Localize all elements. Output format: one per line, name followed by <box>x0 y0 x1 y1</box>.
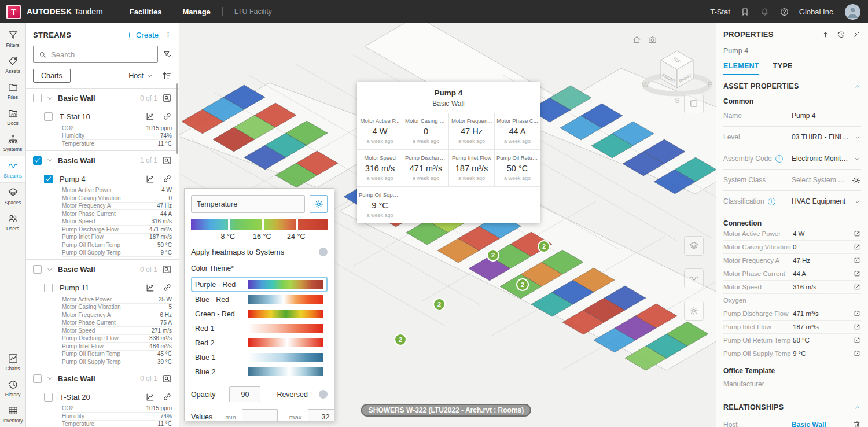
stream-item-header[interactable]: T-Stat 20 <box>26 390 179 405</box>
stream-marker[interactable]: 2 <box>517 279 528 290</box>
apply-heatmaps-toggle[interactable] <box>319 248 328 256</box>
min-value-input[interactable] <box>242 409 278 421</box>
kebab-menu-icon[interactable]: ⋮ <box>164 31 172 39</box>
group-checkbox[interactable] <box>33 265 42 274</box>
info-icon[interactable]: i <box>775 155 783 163</box>
sidebar-item-assets[interactable]: Assets <box>0 51 25 78</box>
theme-option[interactable]: Blue - Red <box>191 292 328 307</box>
open-stream-icon[interactable] <box>853 336 861 344</box>
sidebar-item-docs[interactable]: Docs <box>0 104 25 130</box>
settings-tool[interactable] <box>684 301 704 321</box>
stream-checkbox[interactable] <box>44 112 53 121</box>
chevron-down-icon[interactable] <box>854 155 861 163</box>
theme-option[interactable]: Red 1 <box>191 321 328 336</box>
open-stream-icon[interactable] <box>853 230 861 238</box>
property-value[interactable]: HVAC Equipment <box>792 197 850 205</box>
open-stream-icon[interactable] <box>853 270 861 278</box>
chevron-down-icon[interactable] <box>854 198 861 205</box>
opacity-input[interactable] <box>229 386 260 402</box>
stream-marker[interactable]: 2 <box>487 249 499 261</box>
compass-west[interactable]: W <box>642 80 649 89</box>
property-value-placeholder[interactable]: Select System Class <box>792 176 848 184</box>
info-icon[interactable]: i <box>768 198 775 205</box>
expand-panel-icon[interactable] <box>821 30 830 39</box>
open-stream-icon[interactable] <box>853 310 861 318</box>
org-name[interactable]: Global Inc. <box>799 8 835 16</box>
bell-icon[interactable] <box>760 6 770 17</box>
find-in-model-icon[interactable] <box>162 374 172 384</box>
stream-checkbox[interactable] <box>44 284 53 292</box>
section-box-tool[interactable] <box>684 94 704 113</box>
group-header[interactable]: Basic Wall 0 of 1 <box>26 369 179 388</box>
theme-option-selected[interactable]: Purple - Red <box>191 277 328 292</box>
stream-chart-icon[interactable] <box>145 174 155 184</box>
gear-icon[interactable] <box>851 175 861 185</box>
sidebar-item-filters[interactable]: Filters <box>0 25 25 51</box>
heatmap-metric-select[interactable]: Temperature <box>191 195 305 213</box>
group-header[interactable]: Basic Wall 0 of 1 <box>26 260 179 279</box>
stream-chart-icon[interactable] <box>145 112 155 122</box>
nav-manage[interactable]: Manage <box>182 8 210 16</box>
chevron-down-icon[interactable] <box>46 266 53 273</box>
model-viewport[interactable]: 2 2 2 2 2 W E S TOP FRONT RIGHT Pump 4 B… <box>179 23 716 427</box>
create-stream-button[interactable]: Create <box>126 31 159 39</box>
max-value-input[interactable] <box>308 409 334 421</box>
tab-element[interactable]: ELEMENT <box>723 62 759 75</box>
chevron-down-icon[interactable] <box>46 157 53 164</box>
compass-east[interactable]: E <box>708 80 713 89</box>
theme-option[interactable]: Blue 2 <box>191 365 328 379</box>
open-stream-icon[interactable] <box>853 256 861 264</box>
property-value[interactable]: Electronic Monitor... <box>792 154 850 163</box>
sidebar-item-spaces[interactable]: Spaces <box>0 183 25 209</box>
preset-label[interactable]: T-Stat <box>710 8 730 16</box>
sidebar-item-users[interactable]: Users <box>0 209 25 235</box>
chevron-down-icon[interactable] <box>854 134 861 141</box>
stream-filter-icon[interactable] <box>163 49 172 60</box>
manufacturer-row[interactable]: Manufacturer <box>723 376 861 392</box>
find-in-model-icon[interactable] <box>162 264 172 274</box>
bookmark-icon[interactable] <box>740 6 750 17</box>
open-stream-icon[interactable] <box>853 243 861 251</box>
theme-option[interactable]: Blue 1 <box>191 350 328 365</box>
close-icon[interactable] <box>852 30 861 39</box>
nav-facilities[interactable]: Facilities <box>130 8 162 16</box>
scrollbar[interactable] <box>176 83 178 154</box>
group-checkbox[interactable] <box>33 94 42 102</box>
group-header[interactable]: Basic Wall 0 of 1 <box>26 89 179 108</box>
stream-checkbox[interactable] <box>44 393 53 402</box>
breadcrumb[interactable]: LTU Facility <box>234 8 272 16</box>
search-input[interactable] <box>51 50 153 59</box>
trash-icon[interactable] <box>852 420 861 427</box>
property-value[interactable]: Pump 4 <box>792 112 861 120</box>
sidebar-item-inventory[interactable]: Inventory <box>0 401 25 427</box>
sidebar-item-files[interactable]: Files <box>0 78 25 104</box>
sidebar-item-history[interactable]: History <box>0 375 25 401</box>
sidebar-item-systems[interactable]: Systems <box>0 130 25 156</box>
stream-item-header[interactable]: T-Stat 10 <box>26 109 179 124</box>
stream-item-header[interactable]: Pump 4 <box>26 172 179 187</box>
stream-link-icon[interactable] <box>163 112 172 121</box>
relationships-section[interactable]: RELATIONSHIPS <box>723 403 861 411</box>
tab-type[interactable]: TYPE <box>773 62 793 75</box>
sort-icon[interactable] <box>161 71 172 81</box>
group-checkbox[interactable] <box>33 374 42 383</box>
host-grouping-dropdown[interactable]: Host <box>128 72 153 80</box>
find-in-model-icon[interactable] <box>162 156 172 165</box>
heatmap-settings-button[interactable] <box>310 195 328 213</box>
open-stream-icon[interactable] <box>853 323 861 331</box>
stream-marker[interactable]: 2 <box>395 334 406 345</box>
host-link[interactable]: Basic Wall <box>792 421 852 427</box>
stream-marker[interactable]: 2 <box>433 299 445 310</box>
stream-link-icon[interactable] <box>163 174 172 183</box>
avatar[interactable] <box>845 4 860 20</box>
sidebar-item-streams[interactable]: Streams <box>0 156 25 183</box>
compass-south[interactable]: S <box>675 96 680 105</box>
streams-tool[interactable] <box>684 268 704 288</box>
group-header[interactable]: Basic Wall 1 of 1 <box>26 151 179 170</box>
stream-marker[interactable]: 2 <box>538 241 550 252</box>
find-in-model-icon[interactable] <box>162 93 172 103</box>
stream-item-header[interactable]: Pump 11 <box>26 281 179 296</box>
stream-link-icon[interactable] <box>163 392 172 402</box>
open-stream-icon[interactable] <box>853 349 861 358</box>
asset-properties-section[interactable]: ASSET PROPERTIES <box>723 82 861 90</box>
